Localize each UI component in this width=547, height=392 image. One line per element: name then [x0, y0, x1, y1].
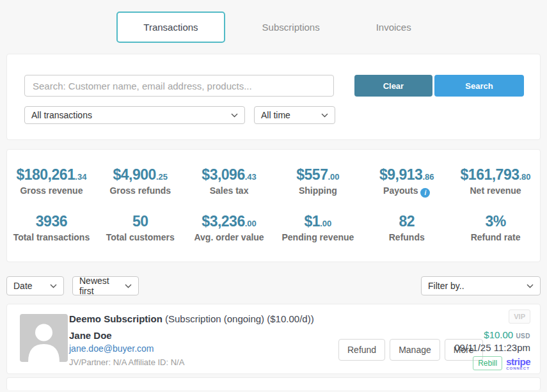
stat-gross-refunds: $4,900.25 Gross refunds	[96, 166, 185, 198]
filter-by-value: Filter by..	[428, 281, 464, 291]
stat-label: Refunds	[362, 232, 451, 242]
stat-label: Total customers	[96, 232, 185, 242]
stat-label: Gross revenue	[7, 185, 96, 196]
stat-label: Pending revenue	[273, 232, 362, 242]
stat-amount: $1	[305, 213, 321, 230]
transaction-date: 09/11/25 11:23pm	[409, 342, 530, 353]
stat-gross-revenue: $180,261.34 Gross revenue	[7, 166, 96, 198]
search-panel: Clear Search All transactions All time	[6, 54, 541, 140]
stat-avg-order-value: $3,236.00 Avg. order value	[185, 213, 274, 242]
stat-amount: 82	[399, 213, 415, 230]
product-meta: (Subscription (ongoing) ($10.00/d))	[163, 313, 314, 324]
sort-row: Date Newest first Filter by..	[6, 276, 541, 295]
stat-net-revenue: $161,793.80 Net revenue	[451, 166, 540, 198]
stat-shipping: $557.00 Shipping	[273, 166, 362, 198]
stat-cents: .86	[422, 172, 434, 182]
stat-pending-revenue: $1.00 Pending revenue	[273, 213, 362, 242]
stat-refunds: 82 Refunds	[362, 213, 451, 242]
search-button[interactable]: Search	[434, 75, 524, 97]
stat-amount: $4,900	[113, 166, 156, 183]
chevron-down-icon	[321, 113, 328, 118]
stat-label: Gross refunds	[96, 185, 185, 196]
vip-badge: VIP	[509, 310, 530, 324]
tab-subscriptions[interactable]: Subscriptions	[243, 12, 339, 42]
customer-email-link[interactable]: jane.doe@buyer.com	[69, 343, 314, 354]
stat-amount: $3,096	[202, 166, 244, 183]
transaction-row: Deemo Subscription (Subscription (ongoin…	[6, 304, 541, 374]
stat-amount: 50	[132, 213, 148, 230]
stat-amount: 3936	[36, 213, 67, 230]
chevron-down-icon	[231, 113, 238, 118]
stat-cents: .43	[245, 172, 257, 182]
stat-cents: .34	[75, 172, 86, 182]
transaction-type-select[interactable]: All transactions	[24, 106, 245, 124]
stat-label: Shipping	[273, 185, 362, 196]
stat-amount: $3,236	[202, 213, 244, 230]
stat-total-transactions: 3936 Total transactions	[7, 213, 96, 242]
search-input[interactable]	[24, 75, 334, 97]
tab-bar: Transactions Subscriptions Invoices	[0, 0, 547, 54]
sort-order-value: Newest first	[79, 276, 120, 296]
chevron-down-icon	[50, 284, 57, 288]
chevron-down-icon	[527, 284, 534, 288]
refund-button[interactable]: Refund	[338, 339, 385, 361]
transaction-type-value: All transactions	[31, 110, 92, 120]
stat-label: Payouts	[383, 185, 418, 196]
stat-cents: .00	[320, 219, 331, 228]
stat-total-customers: 50 Total customers	[96, 213, 185, 242]
stripe-wordmark: stripe	[506, 357, 530, 366]
stat-sales-tax: $3,096.43 Sales tax	[185, 166, 274, 198]
customer-name: Jane Doe	[69, 330, 314, 341]
next-transaction-row-partial	[6, 377, 541, 390]
stat-cents: .00	[328, 172, 339, 182]
sort-field-select[interactable]: Date	[6, 276, 64, 295]
avatar	[20, 314, 68, 362]
stat-amount: $161,793	[461, 166, 519, 183]
tab-invoices[interactable]: Invoices	[357, 12, 431, 42]
stat-refund-rate: 3% Refund rate	[451, 213, 540, 242]
tab-transactions[interactable]: Transactions	[116, 12, 225, 43]
time-range-value: All time	[261, 110, 290, 120]
stat-label: Refund rate	[451, 232, 540, 242]
transaction-currency: USD	[516, 333, 530, 340]
transaction-info: Deemo Subscription (Subscription (ongoin…	[69, 313, 314, 367]
stat-label: Net revenue	[451, 185, 540, 196]
stats-panel: $180,261.34 Gross revenue $4,900.25 Gros…	[6, 149, 541, 262]
chevron-down-icon	[125, 284, 132, 288]
stripe-connect-label: connect	[506, 366, 530, 370]
stat-label: Avg. order value	[185, 232, 274, 242]
stat-payouts: $9,913.86 Payouts i	[362, 166, 451, 198]
filter-by-select[interactable]: Filter by..	[421, 276, 541, 295]
product-name: Deemo Subscription	[69, 313, 163, 324]
stat-amount: $557	[296, 166, 328, 183]
sort-order-select[interactable]: Newest first	[72, 276, 139, 295]
rebill-badge: Rebill	[473, 356, 502, 370]
clear-button[interactable]: Clear	[354, 75, 432, 97]
stat-cents: .00	[245, 219, 257, 228]
time-range-select[interactable]: All time	[254, 106, 335, 124]
stat-cents: .80	[519, 172, 531, 182]
stat-label: Total transactions	[7, 232, 96, 242]
info-icon[interactable]: i	[420, 188, 430, 198]
stat-amount: $9,913	[379, 166, 422, 183]
stat-amount: 3%	[485, 213, 505, 230]
stat-cents: .25	[156, 172, 168, 182]
stat-amount: $180,261	[16, 166, 75, 183]
partner-info: JV/Partner: N/A Affiliate ID: N/A	[69, 357, 314, 367]
transaction-amount: $10.00	[484, 329, 513, 340]
stat-label: Sales tax	[185, 185, 274, 196]
stripe-connect-logo[interactable]: stripe connect	[506, 357, 530, 370]
sort-field-value: Date	[13, 281, 33, 291]
transaction-summary: VIP $10.00 USD 09/11/25 11:23pm Rebill s…	[409, 310, 530, 370]
